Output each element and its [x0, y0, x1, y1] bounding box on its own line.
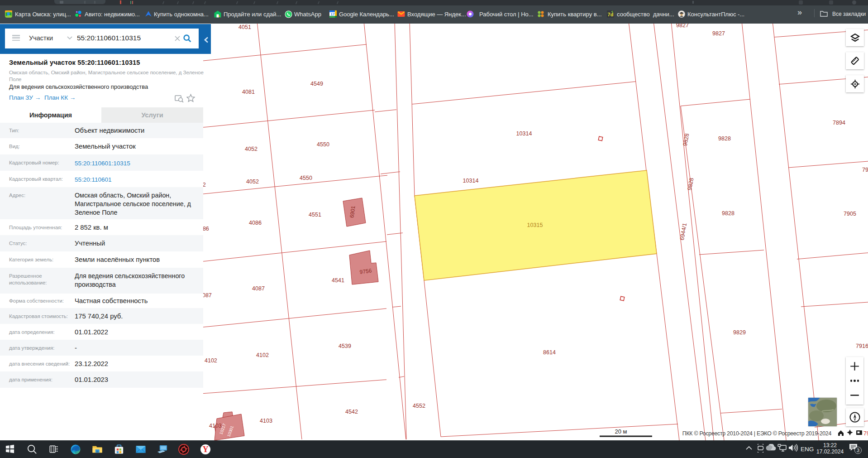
svg-text:4103: 4103 [260, 418, 272, 424]
svg-text:7894: 7894 [833, 120, 845, 126]
svg-text:4052: 4052 [246, 178, 259, 185]
svg-text:9829: 9829 [733, 329, 746, 336]
svg-text:4549: 4549 [310, 81, 323, 87]
svg-text:17: 17 [331, 12, 335, 16]
svg-text:4550: 4550 [300, 175, 312, 181]
svg-text:10314: 10314 [516, 130, 532, 137]
svg-text:9828: 9828 [687, 177, 695, 191]
svg-text:4102: 4102 [256, 352, 269, 358]
svg-text:4052: 4052 [245, 146, 258, 152]
svg-text:10315: 10315 [527, 222, 543, 228]
svg-text:4081: 4081 [242, 89, 255, 95]
svg-text:4087: 4087 [252, 285, 265, 292]
svg-text:7905: 7905 [844, 211, 856, 217]
svg-text:79: 79 [862, 167, 868, 173]
svg-text:4051: 4051 [238, 24, 251, 30]
svg-text:10314: 10314 [463, 178, 479, 184]
svg-text:9828: 9828 [682, 133, 691, 146]
svg-text:4551: 4551 [309, 212, 321, 218]
svg-text:4102: 4102 [205, 357, 217, 364]
svg-text:4052: 4052 [203, 182, 206, 188]
svg-text:6944/1: 6944/1 [679, 222, 688, 241]
svg-text:4550: 4550 [317, 141, 329, 148]
svg-text:4086: 4086 [249, 220, 262, 226]
svg-text:4087: 4087 [203, 292, 212, 299]
svg-text:4103: 4103 [209, 423, 222, 429]
svg-text:79: 79 [863, 430, 868, 437]
svg-text:4539: 4539 [339, 343, 351, 349]
svg-text:9828: 9828 [718, 135, 731, 142]
svg-text:4541: 4541 [332, 277, 344, 284]
svg-text:4552: 4552 [413, 403, 425, 409]
svg-text:9828: 9828 [722, 210, 734, 217]
svg-text:7916: 7916 [856, 343, 868, 349]
svg-text:Y: Y [202, 445, 208, 454]
svg-text:ПКК © Росреестр 2010-2024 | ЕЭ: ПКК © Росреестр 2010-2024 | ЕЭКО © Росре… [682, 430, 832, 437]
svg-text:8614: 8614 [543, 349, 556, 356]
svg-text:4086: 4086 [203, 226, 209, 232]
svg-text:4542: 4542 [345, 409, 358, 415]
svg-text:9827: 9827 [712, 30, 725, 37]
svg-text:20 м: 20 м [615, 428, 627, 435]
